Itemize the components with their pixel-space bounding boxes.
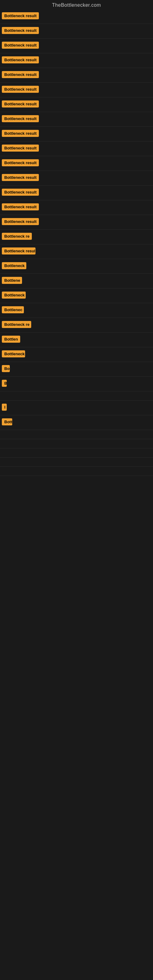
list-item [0,439,153,449]
bottleneck-result-badge[interactable]: Bottleneck [2,350,25,357]
list-item: Bottlen [0,332,153,347]
list-item [0,391,153,401]
bottleneck-result-badge[interactable]: Bottleneck result [2,189,39,196]
bottleneck-result-badge[interactable]: Bottleneck result [2,27,39,34]
bottleneck-result-badge[interactable]: Bottleneck result [2,100,39,108]
list-item: Bottleneck result [0,38,153,53]
bottleneck-result-badge[interactable]: Bottleneck result [2,204,39,210]
list-item: Bottlene [0,274,153,288]
list-item: Bottlenec [0,303,153,318]
bottleneck-result-badge[interactable]: Bottlenec [2,306,24,313]
bottleneck-result-badge[interactable]: Bottlen [2,336,20,343]
list-item: Bottleneck result [0,186,153,200]
bottleneck-result-badge[interactable]: Bott [2,418,12,425]
list-item: Bottleneck result [0,142,153,156]
list-item [0,458,153,467]
bottleneck-result-badge[interactable]: Bottleneck result [2,174,39,181]
list-item: Bottleneck resul [0,244,153,259]
bottleneck-result-badge[interactable]: Bottleneck result [2,86,39,93]
bottleneck-result-badge[interactable]: Bottleneck resul [2,247,35,255]
list-item: Bottleneck re [0,230,153,244]
list-item: Bottleneck result [0,97,153,112]
list-item: Bottleneck result [0,9,153,24]
bottleneck-result-badge[interactable]: Bottleneck result [2,12,39,19]
list-item: Bottleneck re [0,318,153,332]
list-item: Bottleneck result [0,171,153,186]
list-item: Bottleneck [0,288,153,303]
list-item: Bottleneck result [0,53,153,68]
list-item [0,467,153,476]
bottleneck-result-badge[interactable]: Bottleneck result [2,41,39,49]
list-item: Bottleneck result [0,24,153,38]
bottleneck-result-badge[interactable]: I [2,404,7,411]
bottleneck-result-badge[interactable]: Bottleneck re [2,233,32,240]
list-item: B [0,377,153,391]
bottleneck-result-badge[interactable]: Bottleneck re [2,321,31,328]
list-item [0,449,153,458]
bottleneck-result-badge[interactable]: Bottleneck result [2,71,39,78]
list-item: Bottleneck result [0,83,153,97]
bottleneck-result-badge[interactable]: Bottleneck [2,291,26,299]
bottleneck-result-badge[interactable]: Bottleneck result [2,145,39,151]
bottleneck-result-badge[interactable]: Bottlene [2,277,22,284]
bottleneck-result-badge[interactable]: B [2,380,7,387]
list-item [0,430,153,439]
list-item: Bottleneck [0,259,153,274]
list-item: Bottleneck result [0,127,153,142]
bottleneck-result-badge[interactable]: Bottleneck result [2,56,39,64]
list-item: Bottleneck result [0,112,153,127]
bottleneck-result-badge[interactable]: Bo [2,365,10,372]
list-item: Bottleneck result [0,200,153,215]
bottleneck-result-badge[interactable]: Bottleneck result [2,159,39,166]
list-item: I [0,401,153,415]
rows-container: Bottleneck resultBottleneck resultBottle… [0,9,153,476]
site-title-bar: TheBottlenecker.com [0,0,153,9]
bottleneck-result-badge[interactable]: Bottleneck result [2,130,39,137]
list-item: Bo [0,362,153,377]
bottleneck-result-badge[interactable]: Bottleneck result [2,218,39,225]
site-title: TheBottlenecker.com [0,0,153,9]
bottleneck-result-badge[interactable]: Bottleneck [2,262,26,269]
list-item: Bott [0,415,153,430]
list-item: Bottleneck result [0,215,153,230]
list-item: Bottleneck result [0,156,153,171]
bottleneck-result-badge[interactable]: Bottleneck result [2,115,39,122]
list-item: Bottleneck result [0,68,153,83]
list-item: Bottleneck [0,347,153,362]
